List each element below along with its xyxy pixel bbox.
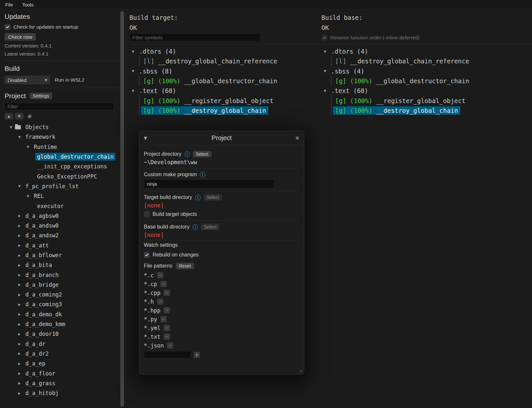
chevron-down-icon[interactable]: ▼: [324, 69, 331, 73]
chevron-down-icon[interactable]: ▼: [10, 125, 15, 129]
tree-item-executor[interactable]: executor: [5, 201, 121, 211]
chevron-down-icon[interactable]: ▼: [132, 50, 139, 53]
chevron-right-icon[interactable]: ▶: [18, 234, 23, 237]
menu-tools[interactable]: Tools: [22, 2, 34, 7]
sidebar-scrollbar[interactable]: [120, 11, 124, 407]
tree-item-d_a_branch[interactable]: ▶d_a_branch: [5, 270, 121, 280]
chevron-right-icon[interactable]: ▶: [18, 372, 23, 375]
tree-item-Objects[interactable]: ▼Objects: [5, 122, 121, 132]
info-icon[interactable]: i: [184, 151, 190, 157]
reset-patterns-button[interactable]: Reset: [176, 263, 194, 269]
project-settings-button[interactable]: Settings: [30, 93, 52, 99]
section-header[interactable]: ▼.dtors (4): [324, 46, 471, 56]
collapse-window-icon[interactable]: ▼: [144, 136, 152, 140]
tree-item-d_a_agbsw0[interactable]: ▶d_a_agbsw0: [5, 211, 121, 221]
chevron-down-icon[interactable]: ▼: [324, 50, 331, 53]
tree-item-d_a_bflower[interactable]: ▶d_a_bflower: [5, 250, 121, 260]
chevron-right-icon[interactable]: ▶: [18, 322, 23, 326]
symbol-row[interactable]: [g] (100%) __global_destructor_chain: [141, 76, 280, 86]
select-project-directory-button[interactable]: Select: [193, 151, 211, 157]
chevron-right-icon[interactable]: ▶: [18, 381, 23, 385]
chevron-right-icon[interactable]: ▶: [18, 312, 23, 316]
remove-pattern-button[interactable]: -: [157, 272, 163, 278]
tree-item-d_a_door10[interactable]: ▶d_a_door10: [5, 329, 121, 339]
remove-pattern-button[interactable]: -: [160, 281, 167, 287]
resize-handle-icon[interactable]: [298, 368, 302, 373]
chevron-down-icon[interactable]: ▼: [324, 89, 331, 93]
custom-make-input[interactable]: [144, 179, 275, 188]
chevron-down-icon[interactable]: ▼: [27, 194, 32, 198]
chevron-right-icon[interactable]: ▶: [18, 243, 23, 247]
rebuild-on-changes-row[interactable]: Rebuild on changes: [144, 251, 299, 259]
chevron-down-icon[interactable]: ▼: [132, 69, 139, 73]
tree-item-Runtime[interactable]: ▼Runtime: [5, 142, 121, 152]
section-header[interactable]: ▼.sbss (4): [324, 66, 471, 76]
tree-item-d_a_coming2[interactable]: ▶d_a_coming2: [5, 290, 121, 299]
tree-item-framework[interactable]: ▼framework: [5, 132, 121, 142]
tree-item-d_a_bita[interactable]: ▶d_a_bita: [5, 260, 121, 270]
tree-item-d_a_demo_kmm[interactable]: ▶d_a_demo_kmm: [5, 319, 121, 329]
section-header[interactable]: ▼.sbss (8): [132, 66, 280, 76]
symbol-entry[interactable]: [l] __destroy_global_chain_reference: [333, 57, 471, 65]
tree-item-d_a_bridge[interactable]: ▶d_a_bridge: [5, 280, 121, 290]
tree-item-d_a_coming3[interactable]: ▶d_a_coming3: [5, 299, 121, 309]
section-header[interactable]: ▼.dtors (4): [132, 46, 280, 56]
chevron-right-icon[interactable]: ▶: [18, 273, 23, 277]
chevron-down-icon[interactable]: ▼: [132, 89, 139, 93]
tree-item-d_a_att[interactable]: ▶d_a_att: [5, 241, 121, 250]
symbol-entry[interactable]: [g] (100%) __global_destructor_chain: [333, 77, 471, 85]
select-base-build-directory-button[interactable]: Select: [201, 224, 220, 230]
chevron-down-icon[interactable]: ▼: [18, 135, 23, 139]
chevron-right-icon[interactable]: ▶: [18, 362, 23, 365]
add-pattern-button[interactable]: +: [194, 352, 200, 358]
tree-item-REL[interactable]: ▼REL: [5, 191, 121, 201]
chevron-right-icon[interactable]: ▶: [18, 283, 23, 286]
chevron-right-icon[interactable]: ▶: [18, 352, 23, 355]
symbol-entry[interactable]: [l] __destroy_global_chain_reference: [141, 57, 280, 65]
locate-current-button[interactable]: ⊕: [25, 113, 34, 119]
close-icon[interactable]: ×: [291, 135, 299, 141]
symbol-filter-input[interactable]: [130, 33, 261, 41]
section-header[interactable]: ▼.text (60): [324, 86, 471, 96]
remove-pattern-button[interactable]: -: [164, 290, 170, 296]
tree-item-Gecko_ExceptionPPC[interactable]: Gecko_ExceptionPPC: [5, 171, 121, 181]
remove-pattern-button[interactable]: -: [164, 334, 170, 340]
tree-item-d_a_dr2[interactable]: ▶d_a_dr2: [5, 349, 121, 359]
symbol-entry[interactable]: [g] (100%) __register_global_object: [333, 97, 468, 105]
remove-pattern-button[interactable]: -: [157, 298, 163, 305]
info-icon[interactable]: i: [195, 195, 201, 200]
remove-pattern-button[interactable]: -: [167, 342, 173, 349]
remove-pattern-button[interactable]: -: [164, 325, 170, 331]
chevron-right-icon[interactable]: ▶: [18, 342, 23, 346]
tree-item-d_a_andsw2[interactable]: ▶d_a_andsw2: [5, 230, 121, 240]
tree-item-d_a_andsw0[interactable]: ▶d_a_andsw0: [5, 221, 121, 230]
symbol-row[interactable]: [g] (100%) __destroy_global_chain: [333, 106, 471, 115]
info-icon[interactable]: i: [200, 172, 205, 178]
tree-item-__init_cpp_exceptions[interactable]: __init_cpp_exceptions: [5, 162, 121, 171]
chevron-right-icon[interactable]: ▶: [18, 303, 23, 306]
info-icon[interactable]: i: [193, 224, 198, 230]
chevron-right-icon[interactable]: ▶: [18, 214, 23, 217]
remove-pattern-button[interactable]: -: [164, 307, 170, 313]
symbol-entry[interactable]: [g] (100%) __destroy_global_chain: [333, 106, 460, 115]
symbol-row[interactable]: [g] (100%) __register_global_object: [333, 96, 471, 105]
symbol-row[interactable]: [g] (100%) __global_destructor_chain: [333, 76, 471, 86]
check-now-button[interactable]: Check now: [5, 33, 36, 41]
tree-item-d_a_grass[interactable]: ▶d_a_grass: [5, 378, 121, 388]
tree-item-global_destructor_chain[interactable]: global_destructor_chain: [5, 152, 121, 162]
new-pattern-input[interactable]: [144, 351, 191, 358]
symbol-entry[interactable]: [g] (100%) __destroy_global_chain: [141, 106, 268, 115]
section-header[interactable]: ▼.text (60): [132, 86, 280, 96]
tree-item-d_a_ep[interactable]: ▶d_a_ep: [5, 359, 121, 368]
project-filter-input[interactable]: [5, 103, 114, 110]
rebuild-on-changes-checkbox[interactable]: [144, 252, 150, 258]
build-target-objects-row[interactable]: Build target objects: [144, 210, 299, 218]
build-target-objects-checkbox[interactable]: [144, 211, 150, 217]
check-updates-row[interactable]: Check for updates on startup: [5, 24, 121, 30]
symbol-row[interactable]: [g] (100%) __destroy_global_chain: [141, 106, 280, 115]
chevron-right-icon[interactable]: ▶: [18, 263, 23, 267]
check-updates-checkbox[interactable]: [5, 24, 10, 30]
tree-item-d_a_dr[interactable]: ▶d_a_dr: [5, 339, 121, 349]
collapse-all-button[interactable]: ▲: [5, 113, 13, 119]
symbol-row[interactable]: [l] __destroy_global_chain_reference: [141, 56, 280, 66]
